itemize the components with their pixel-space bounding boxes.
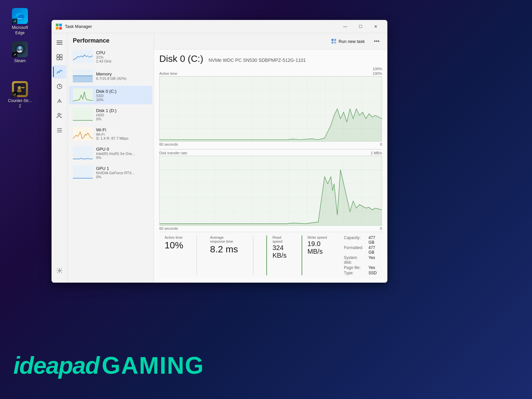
svg-rect-36: [332, 39, 333, 41]
ideapad-text: ideapad: [13, 352, 99, 379]
users-btn[interactable]: [53, 109, 66, 122]
more-options-icon: •••: [374, 38, 380, 44]
svg-rect-6: [17, 89, 21, 92]
run-task-icon: [331, 39, 336, 44]
gpu1-name: GPU 1: [96, 166, 148, 171]
read-speed-label: Read speed: [272, 235, 291, 243]
right-panel: Run new task ••• Disk 0 (C:) NVMe WDC PC…: [154, 33, 387, 283]
wifi-item[interactable]: Wi-Fi Wi-Fi S: 1.4 R: 87.7 Mbps: [69, 124, 152, 143]
svg-rect-33: [73, 146, 93, 160]
minimize-button[interactable]: —: [337, 21, 353, 32]
panel-title: Performance: [73, 37, 109, 44]
avg-response-label: Average response time: [210, 235, 240, 243]
chart1-ymax: 100%: [373, 71, 382, 75]
svg-rect-10: [59, 24, 62, 26]
main-content: Performance CPU 21% 2.43 GHz: [52, 33, 387, 283]
taskmanager-icon: [56, 23, 62, 30]
stat-divider-2: [253, 235, 253, 275]
disk1-item[interactable]: Disk 1 (D:) HDD 0%: [69, 105, 152, 124]
wifi-info: Wi-Fi Wi-Fi S: 1.4 R: 87.7 Mbps: [96, 127, 148, 140]
page-file-value: Yes: [368, 265, 377, 270]
system-disk-label: System disk:: [344, 255, 363, 265]
more-options-button[interactable]: •••: [371, 36, 382, 47]
transfer-rate-label: Disk transfer rate: [159, 151, 187, 155]
svg-rect-8: [23, 86, 24, 89]
wifi-sub2: S: 1.4 R: 87.7 Mbps: [96, 136, 148, 140]
hamburger-menu-btn[interactable]: [53, 36, 66, 49]
desktop-icon-cs[interactable]: ↗ Counter-Str... 2: [7, 80, 33, 110]
summary-view-btn[interactable]: [53, 51, 66, 64]
close-button[interactable]: ✕: [368, 21, 383, 32]
svg-rect-12: [59, 27, 62, 30]
disk1-info: Disk 1 (D:) HDD 0%: [96, 108, 148, 121]
disk0-sub1: SSD: [96, 94, 148, 98]
gpu1-info: GPU 1 NVIDIA GeForce RTX... 0%: [96, 166, 148, 179]
svg-rect-39: [334, 42, 336, 44]
write-speed-value: 19.0 MB/s: [308, 240, 328, 255]
sidebar-bottom: [53, 264, 66, 280]
disk1-chart: [73, 108, 93, 121]
svg-rect-34: [73, 166, 93, 179]
disk0-item[interactable]: Disk 0 (C:) SSD 10%: [69, 86, 152, 104]
chart1-ymin: 0: [380, 142, 382, 146]
active-time-title: Active time: [159, 71, 177, 75]
memory-chart: [73, 69, 93, 82]
maximize-button[interactable]: ☐: [353, 21, 368, 32]
shortcut-arrow: ↗: [12, 19, 17, 24]
formatted-value: 477 GB: [368, 245, 377, 255]
svg-rect-7: [21, 87, 25, 88]
steam-shortcut: ↗: [12, 52, 17, 57]
performance-btn[interactable]: [53, 65, 66, 78]
active-time-chart-section: 100% Active time 100%: [159, 67, 382, 148]
active-time-stat-label: Active time: [165, 235, 183, 239]
task-manager-window: Task Manager — ☐ ✕: [52, 20, 387, 283]
svg-rect-16: [60, 58, 62, 60]
header-actions: Run new task •••: [327, 36, 382, 47]
app-history-btn[interactable]: [53, 80, 66, 93]
svg-point-3: [18, 46, 22, 50]
titlebar-title: Task Manager: [65, 24, 337, 29]
svg-rect-25: [73, 50, 93, 63]
transfer-rate-chart: [159, 156, 382, 226]
memory-info: Memory 6.7/15.8 GB (42%): [96, 71, 148, 80]
system-disk-value: Yes: [368, 255, 377, 265]
chart-container: 100% Active time 100%: [159, 67, 382, 232]
gpu0-item[interactable]: GPU 0 Intel(R) Iris(R) Xe Gra... 0%: [69, 144, 152, 162]
chart-divider: [159, 149, 382, 150]
gpu1-sub1: NVIDIA GeForce RTX...: [96, 171, 148, 175]
disk1-sub2: 0%: [96, 117, 148, 121]
disk-title-row: Disk 0 (C:) NVMe WDC PC SN530 SDBPMPZ-51…: [159, 54, 382, 64]
svg-rect-30: [73, 108, 93, 121]
desktop-icon-edge[interactable]: ↗ Microsoft Edge: [7, 7, 33, 37]
gpu0-sub1: Intel(R) Iris(R) Xe Gra...: [96, 152, 148, 156]
active-time-label: 100%: [373, 67, 382, 71]
run-new-task-button[interactable]: Run new task: [327, 37, 369, 46]
cpu-item[interactable]: CPU 21% 2.43 GHz: [69, 47, 152, 66]
steam-icon: ↗: [12, 41, 28, 57]
details-btn[interactable]: [53, 124, 66, 137]
gpu0-sub2: 0%: [96, 156, 148, 160]
cpu-name: CPU: [96, 50, 148, 55]
memory-item[interactable]: Memory 6.7/15.8 GB (42%): [69, 66, 152, 85]
read-speed-stat: Read speed 324 KB/s: [266, 235, 296, 275]
active-time-stat: Active time 10%: [165, 235, 183, 275]
svg-rect-11: [56, 27, 59, 30]
cpu-chart: [73, 50, 93, 63]
gpu0-chart: [73, 146, 93, 160]
startup-btn[interactable]: [53, 94, 66, 108]
chart2-xlabel: 60 seconds: [159, 226, 178, 230]
desktop-icon-steam[interactable]: ↗ Steam: [7, 40, 33, 65]
chart2-ymax: 1 MB/s: [371, 151, 382, 155]
memory-sub1: 6.7/15.8 GB (42%): [96, 76, 148, 80]
window-controls: — ☐ ✕: [337, 21, 383, 32]
svg-rect-27: [73, 76, 93, 82]
steam-label: Steam: [14, 59, 26, 64]
capacity-label: Capacity:: [344, 235, 363, 245]
settings-btn[interactable]: [53, 264, 66, 277]
cs-label: Counter-Str... 2: [8, 98, 32, 109]
gpu1-item[interactable]: GPU 1 NVIDIA GeForce RTX... 0%: [69, 163, 152, 182]
svg-point-5: [18, 86, 21, 89]
svg-point-24: [59, 270, 61, 272]
chart1-xlabel: 60 seconds: [159, 142, 178, 146]
type-value: SSD: [368, 271, 377, 275]
